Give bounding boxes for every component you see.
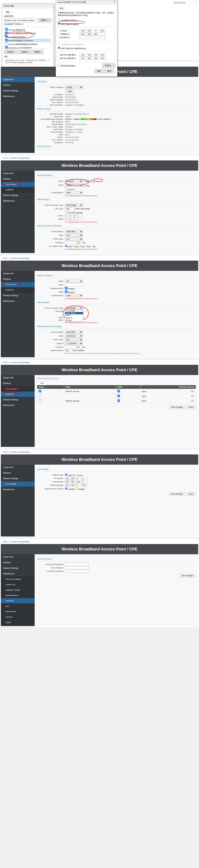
nav-system-info[interactable]: System info bbox=[1, 170, 35, 176]
dns2-input[interactable]: ... bbox=[80, 57, 106, 60]
nav-system-info[interactable]: System info bbox=[1, 465, 35, 470]
radio-use-dns[interactable] bbox=[58, 46, 61, 49]
save-button[interactable]: Save Changes bbox=[169, 405, 185, 409]
wantype-dropdown[interactable]: LAN Bridge WDS Bridge DHCP Static IP PPP… bbox=[65, 309, 83, 322]
nav-wireless[interactable]: Wireless bbox=[1, 83, 35, 88]
nav-tz[interactable]: Time Zone Settings bbox=[1, 577, 35, 582]
nav-network[interactable]: Network Settings bbox=[1, 565, 35, 571]
nav-maint[interactable]: Maintenance bbox=[1, 609, 35, 614]
wmm-checkbox[interactable] bbox=[117, 395, 120, 397]
gateway-input[interactable]: ... bbox=[80, 36, 106, 39]
item-multiplex[interactable] bbox=[5, 42, 8, 45]
search-input[interactable] bbox=[173, 1, 197, 4]
bcast-checkbox[interactable] bbox=[65, 287, 68, 289]
radio-static[interactable] bbox=[65, 473, 68, 476]
nav-services[interactable]: Services bbox=[1, 614, 35, 620]
nav-network[interactable]: Network Settings bbox=[1, 476, 35, 482]
country-select[interactable]: Brazil (BR) bbox=[65, 331, 83, 334]
ip-input[interactable]: ... bbox=[80, 29, 106, 32]
distance-input[interactable] bbox=[65, 241, 77, 244]
dns2-a[interactable] bbox=[65, 218, 69, 221]
advanced-button[interactable]: 高级(V)... bbox=[102, 63, 115, 68]
nav-maintenance[interactable]: Maintenance bbox=[1, 403, 35, 408]
band-select[interactable]: 11a/n/11ac bbox=[65, 334, 83, 338]
wmm-checkbox[interactable] bbox=[65, 290, 68, 293]
tab-general[interactable]: 常规 bbox=[58, 7, 65, 10]
radio-stp-enabled[interactable] bbox=[75, 487, 78, 490]
dns1-a[interactable] bbox=[65, 214, 69, 217]
scan-ap-link[interactable]: Scan AP bbox=[83, 113, 90, 115]
rf-5[interactable] bbox=[90, 245, 93, 247]
apply-button[interactable]: Apply bbox=[65, 89, 74, 93]
tab-networking[interactable]: 网络 bbox=[4, 10, 11, 14]
status-checkbox[interactable] bbox=[39, 399, 41, 402]
nav-maintenance[interactable]: Maintenance bbox=[1, 198, 35, 204]
reset-button[interactable]: Reset bbox=[186, 405, 195, 409]
close-icon[interactable]: ✕ bbox=[114, 1, 116, 3]
item-lldp[interactable] bbox=[5, 46, 8, 49]
lockap-checkbox[interactable] bbox=[65, 187, 68, 190]
ok-button[interactable]: 确定 bbox=[94, 69, 104, 73]
nav-lan[interactable]: LAN Settings bbox=[1, 482, 35, 487]
radio-auto-ip[interactable] bbox=[58, 18, 61, 21]
nav-system-info[interactable]: System info bbox=[1, 375, 35, 381]
wmm-checkbox[interactable] bbox=[117, 390, 120, 393]
rf-100[interactable] bbox=[65, 245, 68, 247]
distance-input[interactable] bbox=[65, 346, 77, 348]
dns1-input[interactable]: ... bbox=[80, 54, 106, 56]
properties-button[interactable]: 属性(R) bbox=[32, 50, 44, 54]
nav-system-info[interactable]: System info bbox=[1, 271, 35, 276]
nav-qos[interactable]: QoS bbox=[1, 603, 35, 609]
item-tcpipv4[interactable] bbox=[5, 39, 8, 41]
nav-network[interactable]: Network Settings bbox=[1, 88, 35, 94]
exit-validate-checkbox[interactable] bbox=[58, 64, 61, 66]
lang-select[interactable]: English bbox=[65, 86, 83, 89]
uninstall-button[interactable]: 卸载(U) bbox=[18, 50, 31, 54]
txrx-select[interactable]: 2x2 bbox=[65, 338, 83, 341]
nav-logout[interactable]: Logout bbox=[1, 620, 35, 625]
new-password-input[interactable] bbox=[65, 566, 89, 569]
save-button[interactable]: Save Changes bbox=[169, 492, 185, 496]
nav-wireless[interactable]: Wireless bbox=[1, 470, 35, 476]
mode-select[interactable]: AP bbox=[65, 280, 83, 283]
wantype-select[interactable]: WDS Bridge bbox=[65, 204, 83, 207]
edit-link[interactable]: Edit bbox=[191, 400, 194, 402]
subnet-input[interactable]: ... bbox=[80, 33, 106, 35]
nav-network[interactable]: Network Settings bbox=[1, 193, 35, 198]
cancel-button[interactable]: 取消 bbox=[105, 69, 114, 73]
nav-multissid[interactable]: MultiSSID bbox=[1, 287, 35, 293]
nav-upgrade[interactable]: Upgrade Firmware bbox=[1, 587, 35, 593]
mask-a[interactable] bbox=[65, 480, 70, 483]
channel-select[interactable]: 4 - 2427MHz bbox=[65, 342, 83, 345]
reset-button[interactable]: Reset bbox=[186, 492, 195, 496]
status-checkbox[interactable] bbox=[39, 390, 41, 393]
auth-select[interactable]: Open bbox=[65, 191, 83, 194]
nav-network[interactable]: Network Settings bbox=[1, 293, 35, 299]
nav-maintenance[interactable]: Maintenance bbox=[1, 94, 35, 99]
nav-system-info[interactable]: System info bbox=[1, 554, 35, 560]
auth-select[interactable]: Open bbox=[65, 294, 83, 297]
rf-25[interactable] bbox=[78, 245, 81, 247]
nav-system-info[interactable]: System info bbox=[1, 77, 35, 83]
status-checkbox[interactable] bbox=[39, 395, 41, 397]
nav-password[interactable]: Password bbox=[1, 598, 35, 603]
rf-50[interactable] bbox=[72, 245, 75, 247]
wmm-checkbox[interactable] bbox=[117, 399, 120, 402]
nav-wireless[interactable]: Wireless bbox=[1, 381, 35, 386]
setdns-checkbox[interactable] bbox=[65, 211, 68, 213]
rf-10[interactable] bbox=[84, 245, 87, 247]
save-button[interactable]: Save Changes bbox=[179, 574, 195, 578]
band-select[interactable]: A/N bbox=[65, 234, 83, 237]
tab-24g[interactable]: 2.4G bbox=[37, 381, 47, 385]
edit-link[interactable]: Edit bbox=[191, 391, 194, 393]
nav-multissid[interactable]: MultiSSID bbox=[1, 187, 35, 193]
edit-link[interactable]: Edit bbox=[191, 395, 194, 397]
nav-maintenance[interactable]: Maintenance bbox=[1, 487, 35, 492]
confirm-password-input[interactable] bbox=[65, 570, 89, 572]
radio-stp-disabled[interactable] bbox=[65, 487, 68, 490]
nav-syslog[interactable]: System Log bbox=[1, 582, 35, 587]
install-button[interactable]: 安装(N)... bbox=[4, 50, 18, 54]
txrx-select[interactable]: 1x1 bbox=[65, 238, 83, 241]
nav-maintenance[interactable]: Maintenance bbox=[1, 571, 35, 577]
protocol-list[interactable]: Microsoft 网络客户端 Microsoft 网络的文件和打印机共享 Qo… bbox=[4, 27, 51, 49]
